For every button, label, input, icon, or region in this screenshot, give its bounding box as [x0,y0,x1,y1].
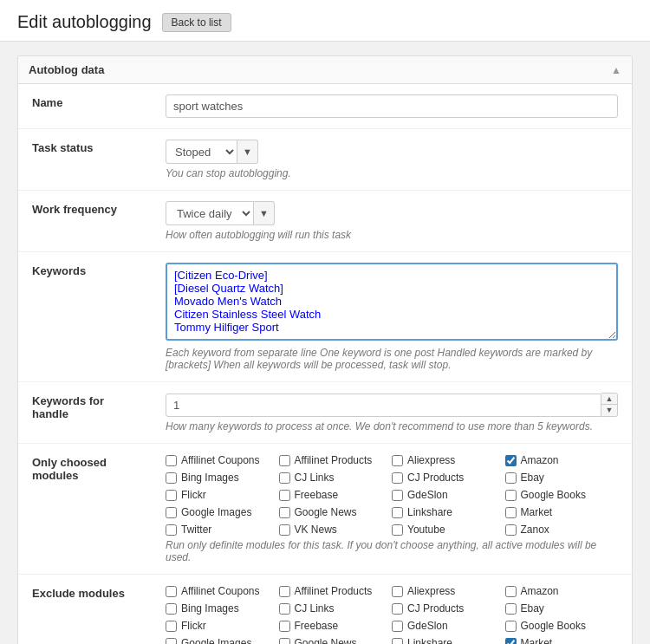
keywords-handle-row: Keywords for handle ▲ ▼ How many keyword… [18,382,632,444]
frequency-select[interactable]: Twice daily Daily Weekly Hourly [166,201,254,225]
module-checkbox[interactable] [392,490,403,501]
module-label[interactable]: Aliexpress [407,454,455,466]
module-label[interactable]: GdeSlon [407,620,448,632]
module-checkbox[interactable] [505,524,517,536]
module-checkbox[interactable] [505,638,517,645]
module-label[interactable]: GdeSlon [407,489,448,501]
module-label[interactable]: Google News [295,637,357,644]
module-checkbox[interactable] [279,472,290,484]
module-checkbox[interactable] [392,472,403,484]
module-checkbox[interactable] [166,638,177,645]
module-checkbox[interactable] [166,621,177,632]
module-item: Amazon [505,454,619,466]
number-up-arrow[interactable]: ▲ [601,394,617,405]
module-label[interactable]: Google Books [521,620,586,632]
exclude-modules-field-cell: Affilinet CouponsAffilinet ProductsAliex… [157,575,632,645]
module-checkbox[interactable] [505,621,517,632]
module-checkbox[interactable] [279,455,290,466]
module-checkbox[interactable] [505,455,517,466]
module-item: GdeSlon [392,620,505,632]
keywords-handle-input[interactable] [166,394,601,417]
module-item: Aliexpress [392,454,505,466]
module-label[interactable]: Amazon [521,454,559,466]
module-label[interactable]: Flickr [181,489,206,501]
module-label[interactable]: Affilinet Products [295,585,373,597]
module-label[interactable]: Zanox [521,524,549,536]
module-checkbox[interactable] [166,586,177,597]
module-label[interactable]: Google Images [181,506,251,518]
module-label[interactable]: CJ Products [407,472,464,484]
module-checkbox[interactable] [166,524,177,536]
module-checkbox[interactable] [279,586,290,597]
module-label[interactable]: CJ Links [295,472,335,484]
module-label[interactable]: Freebase [295,489,339,501]
module-label[interactable]: Ebay [521,472,544,484]
module-checkbox[interactable] [505,586,517,597]
module-item: Market [505,506,619,518]
module-item: Google Images [166,506,279,518]
module-checkbox[interactable] [505,603,517,615]
module-checkbox[interactable] [392,455,403,466]
module-label[interactable]: Amazon [521,585,559,597]
module-checkbox[interactable] [392,524,403,536]
module-checkbox[interactable] [392,638,403,645]
collapse-icon[interactable]: ▲ [611,64,621,76]
module-checkbox[interactable] [166,603,177,615]
keywords-textarea[interactable]: [Citizen Eco-Drive] [Diesel Quartz Watch… [166,263,618,341]
module-label[interactable]: Flickr [181,620,206,632]
back-to-list-button[interactable]: Back to list [162,13,231,32]
module-label[interactable]: Google News [295,506,357,518]
module-item: Google Books [505,620,619,632]
exclude-modules-grid: Affilinet CouponsAffilinet ProductsAliex… [166,585,618,644]
status-select-wrapper: Stoped Running Paused ▼ [166,140,618,164]
module-label[interactable]: Twitter [181,524,211,536]
module-label[interactable]: Ebay [521,602,544,615]
name-input[interactable] [166,94,618,118]
module-label[interactable]: VK News [295,524,337,536]
module-label[interactable]: Youtube [407,524,445,536]
section-title: Autoblog data [29,63,104,76]
module-checkbox[interactable] [279,603,290,615]
module-label[interactable]: Freebase [295,620,339,632]
module-checkbox[interactable] [279,490,290,501]
module-checkbox[interactable] [279,638,290,645]
module-checkbox[interactable] [505,507,517,518]
frequency-select-arrow-icon[interactable]: ▼ [254,201,275,225]
module-label[interactable]: Linkshare [407,637,452,644]
only-modules-row: Only choosed modules Affilinet CouponsAf… [18,444,632,575]
module-checkbox[interactable] [392,586,403,597]
module-label[interactable]: Affilinet Products [295,454,373,466]
module-label[interactable]: Bing Images [181,602,239,615]
module-label[interactable]: Affilinet Coupons [181,585,260,597]
section-header: Autoblog data ▲ [18,56,632,84]
module-label[interactable]: Market [521,637,553,644]
module-item: CJ Links [279,602,393,615]
module-checkbox[interactable] [166,472,177,484]
module-label[interactable]: Bing Images [181,472,239,484]
module-label[interactable]: CJ Links [295,602,335,615]
exclude-modules-row: Exclude modules Affilinet CouponsAffilin… [18,575,632,645]
module-label[interactable]: Market [521,506,553,518]
module-checkbox[interactable] [279,621,290,632]
number-down-arrow[interactable]: ▼ [601,405,617,416]
task-status-select[interactable]: Stoped Running Paused [166,140,237,164]
module-checkbox[interactable] [166,455,177,466]
module-item: Affilinet Products [279,454,393,466]
module-label[interactable]: Linkshare [407,506,452,518]
module-checkbox[interactable] [166,490,177,501]
module-checkbox[interactable] [166,507,177,518]
module-item: Google News [279,506,393,518]
module-label[interactable]: CJ Products [407,602,464,615]
module-checkbox[interactable] [392,621,403,632]
module-checkbox[interactable] [392,603,403,615]
module-label[interactable]: Google Images [181,637,251,644]
module-checkbox[interactable] [279,507,290,518]
status-select-arrow-icon[interactable]: ▼ [237,140,258,164]
module-label[interactable]: Aliexpress [407,585,455,597]
module-checkbox[interactable] [392,507,403,518]
module-label[interactable]: Affilinet Coupons [181,454,260,466]
module-checkbox[interactable] [505,472,517,484]
module-checkbox[interactable] [505,490,517,501]
module-label[interactable]: Google Books [521,489,586,501]
module-checkbox[interactable] [279,524,290,536]
